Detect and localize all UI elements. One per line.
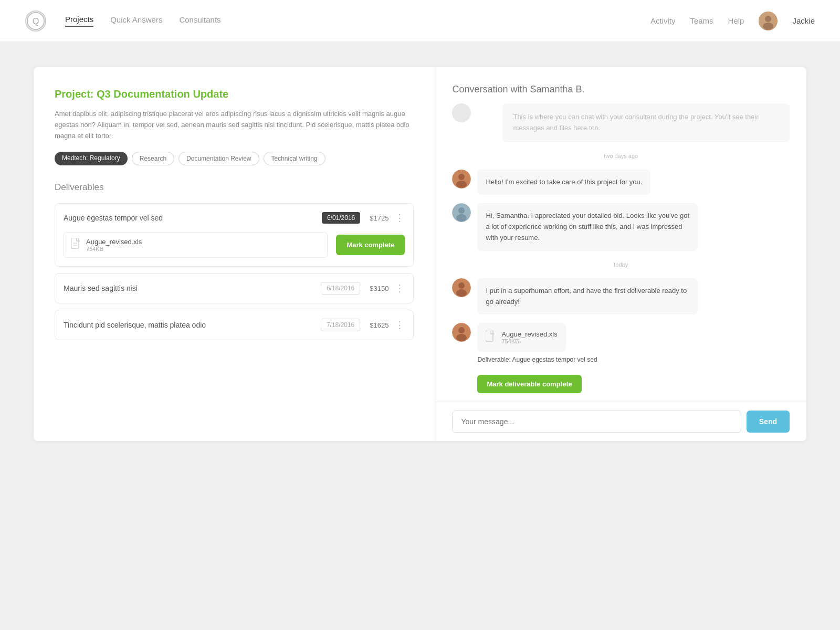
left-panel: Project: Q3 Documentation Update Amet da… xyxy=(34,67,435,441)
nav-teams[interactable]: Teams xyxy=(690,16,713,25)
msg-row-2: Hi, Samantha. I appreciated your detaile… xyxy=(452,203,790,250)
deliverable-1-body: Augue_revised.xls 754KB Mark complete xyxy=(55,232,413,266)
nav-projects[interactable]: Projects xyxy=(65,15,93,27)
deliverable-3-menu[interactable]: ⋮ xyxy=(395,320,405,330)
msg-row-1: Hello! I'm excited to take care of this … xyxy=(452,170,790,195)
main-content: Project: Q3 Documentation Update Amet da… xyxy=(0,42,840,466)
file-icon xyxy=(71,238,81,252)
deliverable-item-2: Mauris sed sagittis nisi 6/18/2016 $3150… xyxy=(55,273,414,303)
svg-point-9 xyxy=(458,174,465,180)
deliverable-1-menu[interactable]: ⋮ xyxy=(395,213,405,223)
deliverable-label-text: Deliverable: xyxy=(477,356,510,363)
file-bubble[interactable]: Augue_revised.xls 754KB xyxy=(477,323,565,352)
placeholder-row: This is where you can chat with your con… xyxy=(452,103,790,142)
tag-technical-writing[interactable]: Technical writing xyxy=(264,152,326,165)
svg-point-16 xyxy=(456,289,467,297)
deliverable-1-file[interactable]: Augue_revised.xls 754KB xyxy=(64,232,328,258)
deliverable-1-file-info: Augue_revised.xls 754KB xyxy=(86,238,142,252)
svg-point-19 xyxy=(456,334,467,341)
msg-row-4-file: Augue_revised.xls 754KB xyxy=(452,323,790,352)
svg-point-13 xyxy=(456,214,467,222)
msg-bubble-2: Hi, Samantha. I appreciated your detaile… xyxy=(477,203,698,250)
nav-quick-answers[interactable]: Quick Answers xyxy=(110,15,162,26)
deliverable-1-file-name: Augue_revised.xls xyxy=(86,238,142,246)
file-bubble-info: Augue_revised.xls 754KB xyxy=(501,330,557,344)
project-header: Project: Q3 Documentation Update xyxy=(55,88,414,100)
svg-point-10 xyxy=(456,181,467,188)
deliverable-2-name: Mauris sed sagittis nisi xyxy=(64,284,314,292)
deliverable-label-name: Augue egestas tempor vel sed xyxy=(512,356,597,363)
placeholder-bubble: This is where you can chat with your con… xyxy=(502,103,790,142)
nav-activity[interactable]: Activity xyxy=(650,16,676,25)
nav-help[interactable]: Help xyxy=(728,16,744,25)
nav-links-right: Activity Teams Help Jackie xyxy=(650,12,815,30)
right-panel: Conversation with Samantha B. This is wh… xyxy=(435,67,806,441)
tags-container: Medtech: Regulatory Research Documentati… xyxy=(55,152,414,165)
deliverable-2-date: 6/18/2016 xyxy=(321,282,360,295)
tag-research[interactable]: Research xyxy=(132,152,174,165)
timestamp-two-days-ago: two days ago xyxy=(452,153,790,159)
file-bubble-name: Augue_revised.xls xyxy=(501,330,557,338)
project-label: Project: xyxy=(55,88,93,100)
deliverable-item-3: Tincidunt pid scelerisque, mattis platea… xyxy=(55,310,414,340)
navbar: Q Projects Quick Answers Consultants Act… xyxy=(0,0,840,42)
deliverable-3-date: 7/18/2016 xyxy=(321,319,360,331)
consultant-avatar-3 xyxy=(452,323,471,342)
nav-consultants[interactable]: Consultants xyxy=(179,15,220,26)
deliverable-3-price: $1625 xyxy=(370,321,388,329)
convo-footer: Send xyxy=(435,402,806,441)
deliverable-1-file-size: 754KB xyxy=(86,246,142,252)
deliverable-3-name: Tincidunt pid scelerisque, mattis platea… xyxy=(64,321,314,329)
file-bubble-size: 754KB xyxy=(501,338,557,344)
svg-rect-20 xyxy=(486,331,493,341)
avatar[interactable] xyxy=(759,12,778,30)
project-title: Q3 Documentation Update xyxy=(97,88,228,100)
send-button[interactable]: Send xyxy=(747,411,790,433)
mark-complete-button[interactable]: Mark complete xyxy=(336,235,405,255)
mark-deliverable-button[interactable]: Mark deliverable complete xyxy=(477,375,582,393)
nav-links-left: Projects Quick Answers Consultants xyxy=(65,15,650,27)
tag-medtech[interactable]: Medtech: Regulatory xyxy=(55,152,128,165)
user-avatar-1 xyxy=(452,203,471,222)
timestamp-today: today xyxy=(452,261,790,268)
svg-point-3 xyxy=(765,16,771,22)
svg-point-18 xyxy=(458,327,465,333)
svg-point-4 xyxy=(763,23,773,30)
svg-point-15 xyxy=(458,282,465,289)
convo-header: Conversation with Samantha B. xyxy=(435,67,806,103)
msg-bubble-3: I put in a superhuman effort, and have t… xyxy=(477,278,698,315)
deliverable-2-header: Mauris sed sagittis nisi 6/18/2016 $3150… xyxy=(55,274,413,303)
file-bubble-icon xyxy=(486,331,495,344)
logo[interactable]: Q xyxy=(25,10,46,32)
deliverables-title: Deliverables xyxy=(55,182,414,193)
consultant-avatar-2 xyxy=(452,278,471,297)
convo-body: This is where you can chat with your con… xyxy=(435,103,806,402)
tag-documentation-review[interactable]: Documentation Review xyxy=(178,152,259,165)
main-card: Project: Q3 Documentation Update Amet da… xyxy=(34,67,806,441)
deliverable-1-header: Augue egestas tempor vel sed 6/01/2016 $… xyxy=(55,204,413,232)
deliverable-1-price: $1725 xyxy=(370,214,388,222)
deliverable-1-date: 6/01/2016 xyxy=(322,212,360,224)
deliverable-2-price: $3150 xyxy=(370,285,388,292)
placeholder-avatar xyxy=(452,103,471,122)
deliverable-2-menu[interactable]: ⋮ xyxy=(395,284,405,293)
deliverable-3-header: Tincidunt pid scelerisque, mattis platea… xyxy=(55,310,413,340)
msg-row-3: I put in a superhuman effort, and have t… xyxy=(452,278,790,315)
message-input[interactable] xyxy=(452,411,741,433)
msg-bubble-1: Hello! I'm excited to take care of this … xyxy=(477,170,650,195)
svg-point-12 xyxy=(458,207,465,214)
project-description: Amet dapibus elit, adipiscing tristique … xyxy=(55,109,414,141)
nav-username: Jackie xyxy=(792,16,815,25)
deliverable-label: Deliverable: Augue egestas tempor vel se… xyxy=(477,356,790,363)
svg-text:Q: Q xyxy=(33,16,39,26)
deliverable-item-1: Augue egestas tempor vel sed 6/01/2016 $… xyxy=(55,203,414,267)
deliverable-1-name: Augue egestas tempor vel sed xyxy=(64,214,316,222)
consultant-avatar-1 xyxy=(452,170,471,188)
